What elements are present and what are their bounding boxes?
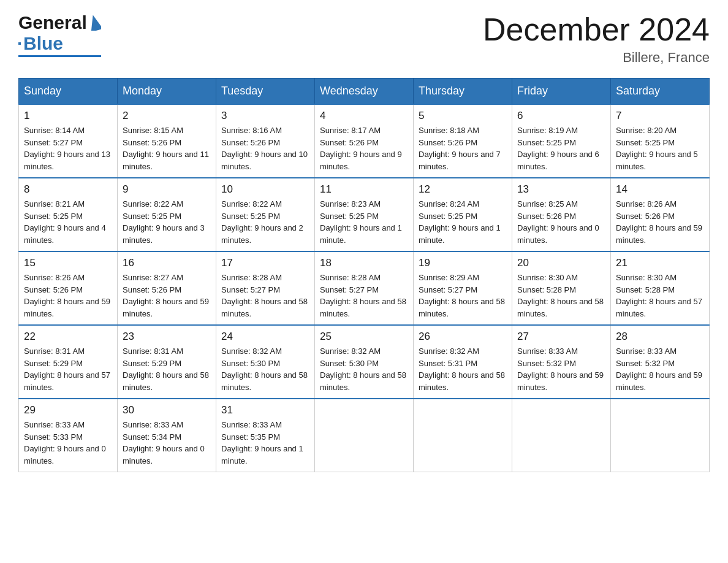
week-row-2: 8Sunrise: 8:21 AMSunset: 5:25 PMDaylight…: [19, 178, 710, 251]
day-info: Sunrise: 8:32 AMSunset: 5:30 PMDaylight:…: [221, 345, 309, 393]
calendar-cell: [512, 399, 611, 472]
calendar-cell: 7Sunrise: 8:20 AMSunset: 5:25 PMDaylight…: [611, 104, 710, 178]
day-number: 2: [123, 110, 211, 122]
calendar-table: SundayMondayTuesdayWednesdayThursdayFrid…: [18, 78, 710, 472]
day-number: 6: [517, 110, 605, 122]
calendar-cell: 29Sunrise: 8:33 AMSunset: 5:33 PMDayligh…: [19, 399, 118, 472]
day-number: 23: [123, 331, 211, 343]
calendar-cell: 21Sunrise: 8:30 AMSunset: 5:28 PMDayligh…: [611, 251, 710, 325]
day-info: Sunrise: 8:21 AMSunset: 5:25 PMDaylight:…: [24, 198, 112, 246]
header-sunday: Sunday: [19, 79, 118, 105]
calendar-cell: 17Sunrise: 8:28 AMSunset: 5:27 PMDayligh…: [216, 251, 315, 325]
day-info: Sunrise: 8:26 AMSunset: 5:26 PMDaylight:…: [616, 198, 704, 246]
day-info: Sunrise: 8:17 AMSunset: 5:26 PMDaylight:…: [320, 124, 408, 172]
month-title: December 2024: [483, 12, 710, 47]
day-info: Sunrise: 8:33 AMSunset: 5:34 PMDaylight:…: [123, 419, 211, 467]
day-number: 5: [419, 110, 507, 122]
header-monday: Monday: [118, 79, 216, 105]
calendar-header-row: SundayMondayTuesdayWednesdayThursdayFrid…: [19, 79, 710, 105]
day-number: 28: [616, 331, 704, 343]
day-number: 12: [419, 183, 507, 196]
day-info: Sunrise: 8:32 AMSunset: 5:30 PMDaylight:…: [320, 345, 408, 393]
day-info: Sunrise: 8:14 AMSunset: 5:27 PMDaylight:…: [24, 124, 112, 172]
calendar-cell: [414, 399, 512, 472]
header-friday: Friday: [512, 79, 611, 105]
day-info: Sunrise: 8:29 AMSunset: 5:27 PMDaylight:…: [419, 272, 507, 320]
day-number: 25: [320, 331, 408, 343]
calendar-cell: 8Sunrise: 8:21 AMSunset: 5:25 PMDaylight…: [19, 178, 118, 251]
day-info: Sunrise: 8:25 AMSunset: 5:26 PMDaylight:…: [517, 198, 605, 246]
day-number: 1: [24, 110, 112, 122]
calendar-cell: 3Sunrise: 8:16 AMSunset: 5:26 PMDaylight…: [216, 104, 315, 178]
day-info: Sunrise: 8:24 AMSunset: 5:25 PMDaylight:…: [419, 198, 507, 246]
day-number: 10: [221, 183, 309, 196]
day-info: Sunrise: 8:31 AMSunset: 5:29 PMDaylight:…: [123, 345, 211, 393]
calendar-cell: 5Sunrise: 8:18 AMSunset: 5:26 PMDaylight…: [414, 104, 512, 178]
day-number: 26: [419, 331, 507, 343]
day-number: 29: [24, 404, 112, 416]
calendar-cell: 31Sunrise: 8:33 AMSunset: 5:35 PMDayligh…: [216, 399, 315, 472]
header-tuesday: Tuesday: [216, 79, 315, 105]
svg-marker-0: [89, 15, 101, 31]
calendar-cell: 11Sunrise: 8:23 AMSunset: 5:25 PMDayligh…: [315, 178, 414, 251]
day-number: 13: [517, 183, 605, 196]
day-number: 7: [616, 110, 704, 122]
day-info: Sunrise: 8:20 AMSunset: 5:25 PMDaylight:…: [616, 124, 704, 172]
day-number: 17: [221, 257, 309, 269]
day-number: 18: [320, 257, 408, 269]
day-info: Sunrise: 8:33 AMSunset: 5:33 PMDaylight:…: [24, 419, 112, 467]
logo: General Blue: [18, 12, 101, 57]
day-info: Sunrise: 8:31 AMSunset: 5:29 PMDaylight:…: [24, 345, 112, 393]
calendar-cell: [315, 399, 414, 472]
calendar-cell: 19Sunrise: 8:29 AMSunset: 5:27 PMDayligh…: [414, 251, 512, 325]
day-number: 22: [24, 331, 112, 343]
day-info: Sunrise: 8:27 AMSunset: 5:26 PMDaylight:…: [123, 272, 211, 320]
day-info: Sunrise: 8:19 AMSunset: 5:25 PMDaylight:…: [517, 124, 605, 172]
calendar-cell: 12Sunrise: 8:24 AMSunset: 5:25 PMDayligh…: [414, 178, 512, 251]
day-info: Sunrise: 8:28 AMSunset: 5:27 PMDaylight:…: [320, 272, 408, 320]
calendar-cell: 6Sunrise: 8:19 AMSunset: 5:25 PMDaylight…: [512, 104, 611, 178]
day-number: 27: [517, 331, 605, 343]
calendar-cell: 26Sunrise: 8:32 AMSunset: 5:31 PMDayligh…: [414, 325, 512, 399]
day-number: 9: [123, 183, 211, 196]
day-info: Sunrise: 8:26 AMSunset: 5:26 PMDaylight:…: [24, 272, 112, 320]
day-number: 15: [24, 257, 112, 269]
day-number: 24: [221, 331, 309, 343]
calendar-cell: [611, 399, 710, 472]
day-info: Sunrise: 8:16 AMSunset: 5:26 PMDaylight:…: [221, 124, 309, 172]
day-number: 14: [616, 183, 704, 196]
calendar-cell: 9Sunrise: 8:22 AMSunset: 5:25 PMDaylight…: [118, 178, 216, 251]
day-info: Sunrise: 8:18 AMSunset: 5:26 PMDaylight:…: [419, 124, 507, 172]
calendar-cell: 27Sunrise: 8:33 AMSunset: 5:32 PMDayligh…: [512, 325, 611, 399]
location: Billere, France: [483, 50, 710, 66]
day-info: Sunrise: 8:15 AMSunset: 5:26 PMDaylight:…: [123, 124, 211, 172]
week-row-5: 29Sunrise: 8:33 AMSunset: 5:33 PMDayligh…: [19, 399, 710, 472]
day-info: Sunrise: 8:33 AMSunset: 5:35 PMDaylight:…: [221, 419, 309, 467]
calendar-cell: 30Sunrise: 8:33 AMSunset: 5:34 PMDayligh…: [118, 399, 216, 472]
day-number: 20: [517, 257, 605, 269]
calendar-cell: 16Sunrise: 8:27 AMSunset: 5:26 PMDayligh…: [118, 251, 216, 325]
title-section: December 2024 Billere, France: [483, 12, 710, 66]
day-info: Sunrise: 8:22 AMSunset: 5:25 PMDaylight:…: [221, 198, 309, 246]
calendar-cell: 18Sunrise: 8:28 AMSunset: 5:27 PMDayligh…: [315, 251, 414, 325]
calendar-cell: 22Sunrise: 8:31 AMSunset: 5:29 PMDayligh…: [19, 325, 118, 399]
header-saturday: Saturday: [611, 79, 710, 105]
calendar-cell: 25Sunrise: 8:32 AMSunset: 5:30 PMDayligh…: [315, 325, 414, 399]
day-number: 19: [419, 257, 507, 269]
day-info: Sunrise: 8:23 AMSunset: 5:25 PMDaylight:…: [320, 198, 408, 246]
day-info: Sunrise: 8:30 AMSunset: 5:28 PMDaylight:…: [517, 272, 605, 320]
calendar-cell: 4Sunrise: 8:17 AMSunset: 5:26 PMDaylight…: [315, 104, 414, 178]
calendar-cell: 28Sunrise: 8:33 AMSunset: 5:32 PMDayligh…: [611, 325, 710, 399]
day-number: 16: [123, 257, 211, 269]
day-number: 30: [123, 404, 211, 416]
calendar-cell: 2Sunrise: 8:15 AMSunset: 5:26 PMDaylight…: [118, 104, 216, 178]
calendar-cell: 1Sunrise: 8:14 AMSunset: 5:27 PMDaylight…: [19, 104, 118, 178]
day-info: Sunrise: 8:33 AMSunset: 5:32 PMDaylight:…: [517, 345, 605, 393]
day-number: 11: [320, 183, 408, 196]
logo-underline: [18, 55, 101, 57]
logo-general-text: General: [18, 12, 87, 33]
day-info: Sunrise: 8:30 AMSunset: 5:28 PMDaylight:…: [616, 272, 704, 320]
day-number: 8: [24, 183, 112, 196]
calendar-cell: 13Sunrise: 8:25 AMSunset: 5:26 PMDayligh…: [512, 178, 611, 251]
calendar-cell: 24Sunrise: 8:32 AMSunset: 5:30 PMDayligh…: [216, 325, 315, 399]
